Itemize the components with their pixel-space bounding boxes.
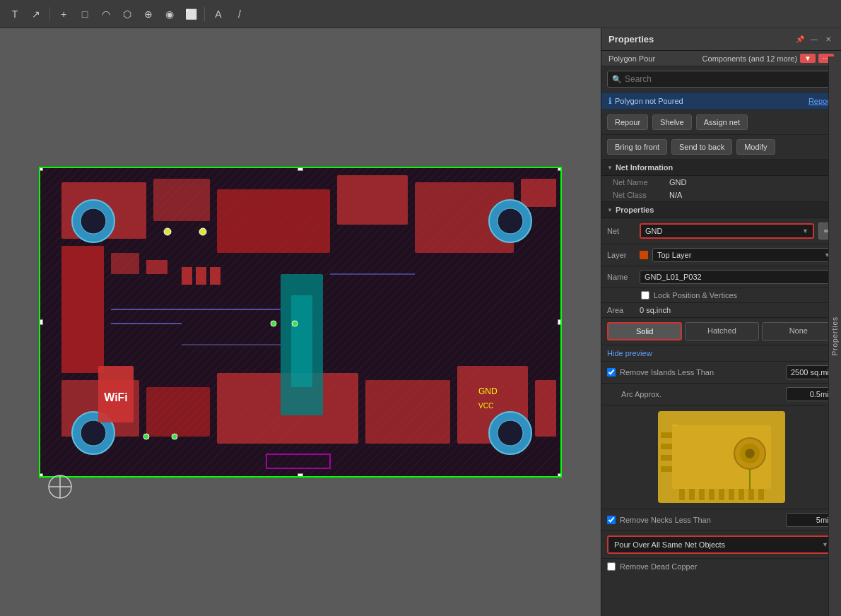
pcb-canvas-area[interactable]: WiFi GND VCC bbox=[0, 28, 601, 616]
svg-point-28 bbox=[81, 208, 106, 234]
pad-tool-icon[interactable]: ⬜ bbox=[182, 5, 200, 23]
text-place-icon[interactable]: A bbox=[209, 5, 228, 23]
route-tool-icon[interactable]: ⊕ bbox=[139, 5, 158, 23]
panel-header-controls: 📌 — ✕ bbox=[794, 34, 834, 45]
svg-rect-17 bbox=[146, 260, 167, 274]
svg-rect-10 bbox=[146, 387, 210, 437]
svg-rect-8 bbox=[521, 179, 556, 207]
area-value: 0 sq.inch bbox=[640, 306, 671, 314]
fill-none-button[interactable]: None bbox=[762, 322, 835, 340]
poly-tool-icon[interactable]: ⬡ bbox=[118, 5, 136, 23]
fill-solid-button[interactable]: Solid bbox=[607, 322, 682, 340]
polygon-pour-label: Polygon Pour bbox=[608, 54, 655, 63]
info-bar-content: ℹ Polygon not Poured bbox=[608, 96, 683, 106]
selection-handle-bl[interactable] bbox=[39, 473, 43, 478]
info-bar-text: Polygon not Poured bbox=[615, 97, 683, 105]
svg-point-40 bbox=[172, 434, 177, 439]
via-tool-icon[interactable]: ◉ bbox=[160, 5, 179, 23]
section-arrow-properties: ▼ bbox=[607, 207, 613, 213]
panel-minimize-btn[interactable]: — bbox=[808, 34, 820, 45]
remove-dead-copper-checkbox[interactable] bbox=[607, 562, 616, 571]
svg-rect-52 bbox=[689, 489, 695, 500]
hide-preview-link[interactable]: Hide preview bbox=[607, 349, 652, 357]
svg-point-37 bbox=[271, 321, 276, 326]
bring-to-front-button[interactable]: Bring to front bbox=[607, 139, 667, 155]
svg-text:GND: GND bbox=[478, 386, 498, 396]
lock-checkbox[interactable] bbox=[641, 291, 649, 300]
svg-rect-21 bbox=[196, 267, 206, 285]
svg-rect-53 bbox=[699, 489, 705, 500]
properties-section-title: Properties bbox=[616, 206, 654, 214]
svg-point-66 bbox=[745, 449, 755, 458]
remove-dead-copper-row: Remove Dead Copper bbox=[601, 559, 841, 574]
net-dropdown[interactable]: GND ▼ bbox=[640, 223, 814, 239]
assign-net-button[interactable]: Assign net bbox=[696, 114, 748, 130]
svg-rect-14 bbox=[535, 380, 556, 437]
svg-rect-15 bbox=[61, 246, 104, 373]
layer-color-swatch bbox=[640, 251, 648, 259]
add-tool-icon[interactable]: + bbox=[54, 5, 73, 23]
pour-over-row: Pour Over All Same Net Objects ▼ bbox=[601, 531, 841, 559]
panel-pin-btn[interactable]: 📌 bbox=[794, 34, 806, 45]
fill-mode-row: Solid Hatched None bbox=[601, 318, 841, 345]
hide-preview-row: Hide preview bbox=[601, 345, 841, 362]
panel-close-btn[interactable]: ✕ bbox=[823, 34, 834, 45]
net-information-header[interactable]: ▼ Net Information bbox=[601, 160, 841, 176]
svg-rect-4 bbox=[153, 179, 210, 221]
area-row: Area 0 sq.inch bbox=[601, 303, 841, 318]
svg-rect-5 bbox=[217, 189, 330, 253]
selection-handle-tl[interactable] bbox=[39, 167, 43, 171]
shelve-button[interactable]: Shelve bbox=[652, 114, 692, 130]
preview-area bbox=[601, 405, 841, 509]
svg-point-34 bbox=[498, 420, 523, 446]
svg-point-35 bbox=[164, 228, 171, 235]
selection-handle-br[interactable] bbox=[558, 473, 562, 478]
vertical-properties-tab[interactable]: Properties bbox=[831, 316, 839, 356]
svg-rect-6 bbox=[337, 175, 408, 225]
filter-button[interactable]: ▼ bbox=[800, 54, 816, 63]
search-container: 🔍 bbox=[601, 66, 841, 93]
modify-button[interactable]: Modify bbox=[736, 139, 775, 155]
send-to-back-button[interactable]: Send to back bbox=[671, 139, 732, 155]
btn-group-1: Repour Shelve Assign net bbox=[601, 110, 841, 135]
layer-row: Layer Top Layer ▼ bbox=[601, 244, 841, 266]
repour-button[interactable]: Repour bbox=[607, 114, 648, 130]
pcb-board[interactable]: WiFi GND VCC bbox=[39, 167, 562, 478]
remove-dead-copper-label: Remove Dead Copper bbox=[620, 562, 697, 571]
name-row: Name bbox=[601, 266, 841, 288]
selection-handle-ml[interactable] bbox=[39, 319, 43, 325]
info-bar: ℹ Polygon not Poured Repour bbox=[601, 93, 841, 110]
selection-handle-mr[interactable] bbox=[558, 319, 562, 325]
svg-rect-12 bbox=[365, 380, 450, 444]
arc-approx-row: Arc Approx. bbox=[601, 384, 841, 405]
selection-handle-tc[interactable] bbox=[298, 167, 303, 171]
arrow-tool-icon[interactable]: ↗ bbox=[27, 5, 45, 23]
panel-title: Properties bbox=[608, 34, 654, 45]
net-name-label: Net Name bbox=[613, 178, 669, 186]
search-input[interactable] bbox=[607, 71, 835, 88]
cross-cursor bbox=[46, 473, 74, 503]
svg-rect-51 bbox=[679, 489, 685, 500]
net-name-value: GND bbox=[669, 178, 686, 186]
remove-islands-checkbox[interactable] bbox=[607, 368, 616, 377]
net-class-row: Net Class N/A bbox=[601, 189, 841, 201]
search-wrapper: 🔍 bbox=[607, 71, 835, 88]
svg-rect-63 bbox=[661, 466, 672, 472]
name-input[interactable] bbox=[640, 270, 835, 284]
fill-hatched-button[interactable]: Hatched bbox=[685, 322, 758, 340]
properties-section-header[interactable]: ▼ Properties bbox=[601, 202, 841, 218]
remove-necks-checkbox[interactable] bbox=[607, 516, 616, 524]
rect-tool-icon[interactable]: □ bbox=[76, 5, 94, 23]
selection-handle-tr[interactable] bbox=[558, 167, 562, 171]
toolbar-separator-2 bbox=[204, 7, 205, 21]
arc-tool-icon[interactable]: ◠ bbox=[97, 5, 115, 23]
pour-over-dropdown-arrow: ▼ bbox=[822, 541, 828, 548]
right-panel: Properties 📌 — ✕ Polygon Pour Components… bbox=[601, 28, 841, 616]
selection-handle-bc[interactable] bbox=[298, 473, 303, 478]
line-tool-icon[interactable]: / bbox=[230, 5, 249, 23]
svg-rect-59 bbox=[758, 489, 764, 500]
pour-over-dropdown[interactable]: Pour Over All Same Net Objects ▼ bbox=[607, 535, 835, 554]
layer-dropdown[interactable]: Top Layer ▼ bbox=[652, 248, 835, 262]
text-tool-icon[interactable]: T bbox=[6, 5, 24, 23]
svg-rect-22 bbox=[210, 267, 220, 285]
